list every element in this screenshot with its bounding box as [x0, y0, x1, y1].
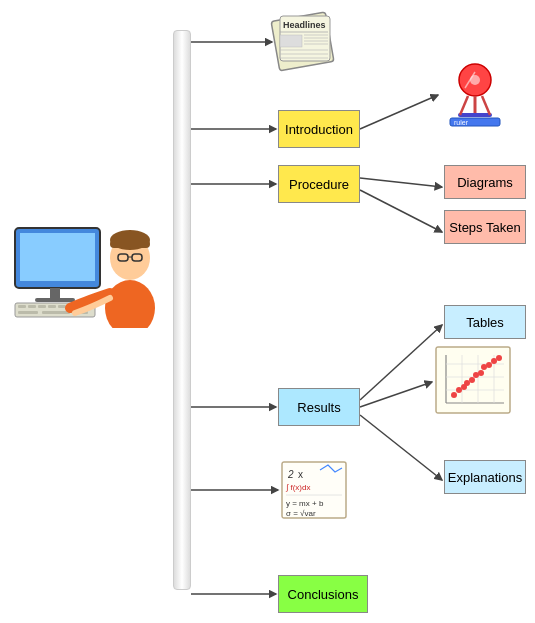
svg-line-11 — [360, 415, 442, 480]
svg-rect-18 — [28, 305, 36, 308]
diagrams-label: Diagrams — [457, 175, 513, 190]
trunk-bar — [173, 30, 191, 590]
svg-line-10 — [360, 382, 432, 407]
results-label: Results — [297, 400, 340, 415]
introduction-label: Introduction — [285, 122, 353, 137]
svg-line-9 — [360, 325, 442, 400]
explanations-node[interactable]: Explanations — [444, 460, 526, 494]
svg-rect-14 — [50, 288, 60, 298]
diagrams-node[interactable]: Diagrams — [444, 165, 526, 199]
svg-line-7 — [360, 178, 442, 187]
svg-point-67 — [464, 380, 470, 386]
svg-text:Headlines: Headlines — [283, 20, 326, 30]
svg-text:2: 2 — [287, 469, 294, 480]
explanations-label: Explanations — [448, 470, 522, 485]
svg-rect-21 — [58, 305, 66, 308]
steps-taken-node[interactable]: Steps Taken — [444, 210, 526, 244]
svg-text:ruler: ruler — [454, 119, 469, 126]
svg-rect-24 — [18, 311, 38, 314]
svg-text:σ = √var: σ = √var — [286, 509, 316, 518]
results-node[interactable]: Results — [278, 388, 360, 426]
introduction-node[interactable]: Introduction — [278, 110, 360, 148]
svg-rect-13 — [20, 233, 95, 281]
svg-text:∫ f(x)dx: ∫ f(x)dx — [285, 483, 310, 492]
procedure-label: Procedure — [289, 177, 349, 192]
formula-icon: 2 x ∫ f(x)dx y = mx + b σ = √var — [280, 460, 348, 520]
newspaper-icon: Headlines — [270, 8, 340, 73]
svg-rect-25 — [42, 311, 70, 314]
svg-rect-30 — [110, 240, 150, 248]
svg-point-54 — [470, 75, 480, 85]
conclusions-node[interactable]: Conclusions — [278, 575, 368, 613]
scatter-chart-icon — [434, 345, 512, 415]
svg-rect-17 — [18, 305, 26, 308]
diagram-canvas: Headlines ruler Introd — [0, 0, 535, 623]
svg-point-74 — [496, 355, 502, 361]
svg-rect-19 — [38, 305, 46, 308]
svg-line-6 — [360, 95, 438, 129]
tables-label: Tables — [466, 315, 504, 330]
svg-rect-15 — [35, 298, 75, 302]
svg-line-8 — [360, 190, 442, 232]
svg-line-50 — [482, 96, 490, 115]
procedure-node[interactable]: Procedure — [278, 165, 360, 203]
svg-rect-38 — [280, 35, 302, 47]
svg-line-49 — [460, 96, 468, 115]
svg-point-70 — [478, 370, 484, 376]
svg-rect-20 — [48, 305, 56, 308]
svg-text:y = mx + b: y = mx + b — [286, 499, 324, 508]
svg-point-72 — [486, 362, 492, 368]
svg-point-64 — [451, 392, 457, 398]
svg-point-73 — [491, 358, 497, 364]
conclusions-label: Conclusions — [288, 587, 359, 602]
svg-point-27 — [105, 280, 155, 328]
svg-point-65 — [456, 387, 462, 393]
svg-text:x: x — [298, 469, 303, 480]
person-at-computer — [10, 168, 160, 328]
steps-taken-label: Steps Taken — [449, 220, 520, 235]
microscope-icon: ruler — [440, 60, 510, 130]
svg-point-68 — [469, 377, 475, 383]
tables-node[interactable]: Tables — [444, 305, 526, 339]
